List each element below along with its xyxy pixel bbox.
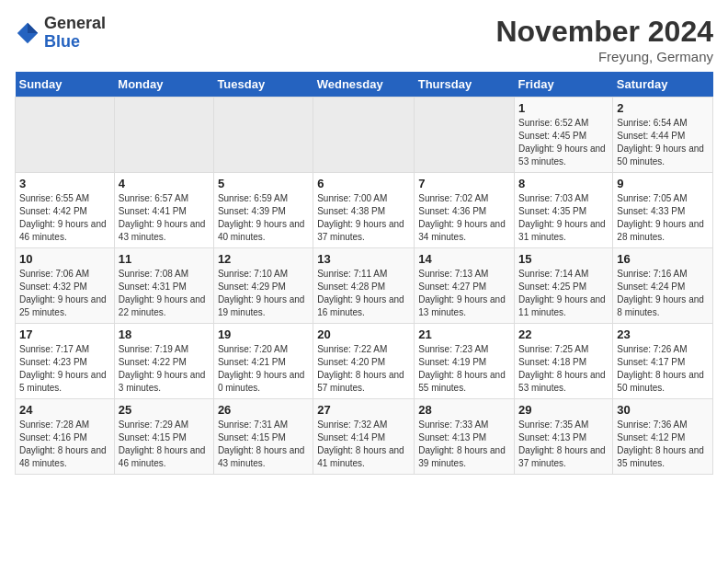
calendar-cell: 11Sunrise: 7:08 AM Sunset: 4:31 PM Dayli… xyxy=(114,248,213,324)
day-number: 12 xyxy=(218,252,309,266)
month-title: November 2024 xyxy=(495,15,713,49)
calendar-cell: 29Sunrise: 7:35 AM Sunset: 4:13 PM Dayli… xyxy=(515,399,613,475)
day-number: 16 xyxy=(617,252,709,266)
day-number: 20 xyxy=(317,327,410,341)
calendar-cell xyxy=(415,98,515,173)
day-detail: Sunrise: 7:25 AM Sunset: 4:18 PM Dayligh… xyxy=(518,343,609,395)
calendar-cell: 24Sunrise: 7:28 AM Sunset: 4:16 PM Dayli… xyxy=(16,399,115,475)
day-detail: Sunrise: 7:35 AM Sunset: 4:13 PM Dayligh… xyxy=(518,419,609,470)
weekday-header-row: SundayMondayTuesdayWednesdayThursdayFrid… xyxy=(16,72,713,98)
day-number: 29 xyxy=(518,403,609,417)
day-detail: Sunrise: 7:31 AM Sunset: 4:15 PM Dayligh… xyxy=(218,419,309,470)
day-number: 13 xyxy=(317,252,410,266)
calendar-cell: 9Sunrise: 7:05 AM Sunset: 4:33 PM Daylig… xyxy=(613,173,713,248)
day-number: 2 xyxy=(617,101,709,115)
day-number: 1 xyxy=(518,101,609,115)
day-number: 14 xyxy=(418,252,510,266)
weekday-header-saturday: Saturday xyxy=(613,72,713,98)
calendar-cell: 21Sunrise: 7:23 AM Sunset: 4:19 PM Dayli… xyxy=(415,324,515,399)
calendar-cell: 17Sunrise: 7:17 AM Sunset: 4:23 PM Dayli… xyxy=(16,324,115,399)
day-number: 27 xyxy=(317,403,410,417)
day-detail: Sunrise: 7:19 AM Sunset: 4:22 PM Dayligh… xyxy=(119,343,210,395)
day-number: 5 xyxy=(218,177,309,190)
day-number: 17 xyxy=(19,327,110,341)
calendar-cell xyxy=(213,98,313,173)
day-number: 7 xyxy=(418,177,510,190)
calendar-cell: 27Sunrise: 7:32 AM Sunset: 4:14 PM Dayli… xyxy=(313,399,415,475)
calendar-cell: 3Sunrise: 6:55 AM Sunset: 4:42 PM Daylig… xyxy=(16,173,115,248)
logo: General Blue xyxy=(15,15,106,52)
day-detail: Sunrise: 7:14 AM Sunset: 4:25 PM Dayligh… xyxy=(518,268,609,319)
day-detail: Sunrise: 7:13 AM Sunset: 4:27 PM Dayligh… xyxy=(418,268,510,319)
calendar-week-row: 3Sunrise: 6:55 AM Sunset: 4:42 PM Daylig… xyxy=(16,173,713,248)
logo-blue: Blue xyxy=(44,32,80,51)
day-detail: Sunrise: 7:05 AM Sunset: 4:33 PM Dayligh… xyxy=(617,192,709,244)
location: Freyung, Germany xyxy=(495,49,713,64)
calendar-cell xyxy=(313,98,415,173)
day-number: 21 xyxy=(418,327,510,341)
calendar-cell: 19Sunrise: 7:20 AM Sunset: 4:21 PM Dayli… xyxy=(213,324,313,399)
calendar-week-row: 17Sunrise: 7:17 AM Sunset: 4:23 PM Dayli… xyxy=(16,324,713,399)
day-detail: Sunrise: 6:52 AM Sunset: 4:45 PM Dayligh… xyxy=(518,117,609,168)
day-number: 25 xyxy=(119,403,210,417)
calendar-cell: 15Sunrise: 7:14 AM Sunset: 4:25 PM Dayli… xyxy=(515,248,613,324)
day-detail: Sunrise: 7:29 AM Sunset: 4:15 PM Dayligh… xyxy=(119,419,210,470)
calendar-cell xyxy=(114,98,213,173)
weekday-header-monday: Monday xyxy=(114,72,213,98)
day-detail: Sunrise: 7:11 AM Sunset: 4:28 PM Dayligh… xyxy=(317,268,410,319)
header: General Blue November 2024 Freyung, Germ… xyxy=(15,15,713,64)
day-detail: Sunrise: 7:28 AM Sunset: 4:16 PM Dayligh… xyxy=(19,419,110,470)
title-area: November 2024 Freyung, Germany xyxy=(495,15,713,64)
calendar-cell: 7Sunrise: 7:02 AM Sunset: 4:36 PM Daylig… xyxy=(415,173,515,248)
day-detail: Sunrise: 7:26 AM Sunset: 4:17 PM Dayligh… xyxy=(617,343,709,395)
day-number: 4 xyxy=(119,177,210,190)
calendar-week-row: 24Sunrise: 7:28 AM Sunset: 4:16 PM Dayli… xyxy=(16,399,713,475)
weekday-header-tuesday: Tuesday xyxy=(213,72,313,98)
day-detail: Sunrise: 7:02 AM Sunset: 4:36 PM Dayligh… xyxy=(418,192,510,244)
day-detail: Sunrise: 7:06 AM Sunset: 4:32 PM Dayligh… xyxy=(19,268,110,319)
calendar-cell: 5Sunrise: 6:59 AM Sunset: 4:39 PM Daylig… xyxy=(213,173,313,248)
logo-icon xyxy=(15,20,40,46)
day-detail: Sunrise: 6:59 AM Sunset: 4:39 PM Dayligh… xyxy=(218,192,309,244)
day-number: 11 xyxy=(119,252,210,266)
day-detail: Sunrise: 7:10 AM Sunset: 4:29 PM Dayligh… xyxy=(218,268,309,319)
day-detail: Sunrise: 7:03 AM Sunset: 4:35 PM Dayligh… xyxy=(518,192,609,244)
logo-general: General xyxy=(44,14,106,32)
calendar-cell: 14Sunrise: 7:13 AM Sunset: 4:27 PM Dayli… xyxy=(415,248,515,324)
day-detail: Sunrise: 7:17 AM Sunset: 4:23 PM Dayligh… xyxy=(19,343,110,395)
day-detail: Sunrise: 7:08 AM Sunset: 4:31 PM Dayligh… xyxy=(119,268,210,319)
day-number: 15 xyxy=(518,252,609,266)
day-number: 22 xyxy=(518,327,609,341)
calendar-cell: 18Sunrise: 7:19 AM Sunset: 4:22 PM Dayli… xyxy=(114,324,213,399)
calendar-cell: 20Sunrise: 7:22 AM Sunset: 4:20 PM Dayli… xyxy=(313,324,415,399)
weekday-header-sunday: Sunday xyxy=(16,72,115,98)
day-number: 3 xyxy=(19,177,110,190)
day-number: 10 xyxy=(19,252,110,266)
weekday-header-thursday: Thursday xyxy=(415,72,515,98)
calendar-cell: 28Sunrise: 7:33 AM Sunset: 4:13 PM Dayli… xyxy=(415,399,515,475)
day-number: 9 xyxy=(617,177,709,190)
day-detail: Sunrise: 6:57 AM Sunset: 4:41 PM Dayligh… xyxy=(119,192,210,244)
weekday-header-friday: Friday xyxy=(515,72,613,98)
calendar-cell: 13Sunrise: 7:11 AM Sunset: 4:28 PM Dayli… xyxy=(313,248,415,324)
day-detail: Sunrise: 6:54 AM Sunset: 4:44 PM Dayligh… xyxy=(617,117,709,168)
day-number: 30 xyxy=(617,403,709,417)
calendar-week-row: 1Sunrise: 6:52 AM Sunset: 4:45 PM Daylig… xyxy=(16,98,713,173)
day-detail: Sunrise: 7:16 AM Sunset: 4:24 PM Dayligh… xyxy=(617,268,709,319)
day-detail: Sunrise: 7:36 AM Sunset: 4:12 PM Dayligh… xyxy=(617,419,709,470)
calendar-table: SundayMondayTuesdayWednesdayThursdayFrid… xyxy=(15,72,713,475)
calendar-cell: 4Sunrise: 6:57 AM Sunset: 4:41 PM Daylig… xyxy=(114,173,213,248)
day-detail: Sunrise: 7:20 AM Sunset: 4:21 PM Dayligh… xyxy=(218,343,309,395)
calendar-cell: 16Sunrise: 7:16 AM Sunset: 4:24 PM Dayli… xyxy=(613,248,713,324)
day-detail: Sunrise: 7:00 AM Sunset: 4:38 PM Dayligh… xyxy=(317,192,410,244)
calendar-cell: 23Sunrise: 7:26 AM Sunset: 4:17 PM Dayli… xyxy=(613,324,713,399)
calendar-cell: 8Sunrise: 7:03 AM Sunset: 4:35 PM Daylig… xyxy=(515,173,613,248)
day-number: 18 xyxy=(119,327,210,341)
day-detail: Sunrise: 7:23 AM Sunset: 4:19 PM Dayligh… xyxy=(418,343,510,395)
day-detail: Sunrise: 7:32 AM Sunset: 4:14 PM Dayligh… xyxy=(317,419,410,470)
day-number: 19 xyxy=(218,327,309,341)
day-number: 28 xyxy=(418,403,510,417)
day-number: 23 xyxy=(617,327,709,341)
calendar-cell: 22Sunrise: 7:25 AM Sunset: 4:18 PM Dayli… xyxy=(515,324,613,399)
day-number: 8 xyxy=(518,177,609,190)
